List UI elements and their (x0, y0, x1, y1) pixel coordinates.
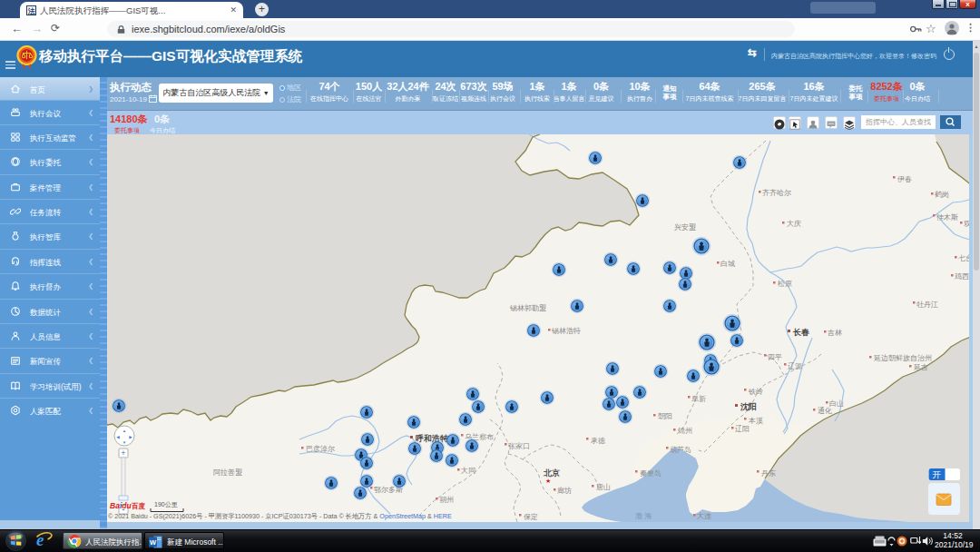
svg-text:大连: 大连 (697, 512, 711, 520)
svg-text:◀: ◀ (116, 435, 120, 439)
svg-text:四平: 四平 (768, 353, 782, 361)
svg-text:百度: 百度 (131, 502, 146, 510)
svg-text:呼和浩特: 呼和浩特 (416, 434, 449, 443)
svg-text:松原: 松原 (778, 280, 792, 288)
svg-text:白城: 白城 (720, 260, 735, 268)
svg-text:开: 开 (932, 469, 941, 479)
svg-text:锡林郭勒盟: 锡林郭勒盟 (509, 304, 546, 312)
svg-text:保定: 保定 (524, 513, 538, 521)
svg-text:Baidu: Baidu (110, 501, 132, 510)
svg-text:▶: ▶ (129, 435, 132, 439)
svg-text:鸡西: 鸡西 (954, 272, 969, 281)
svg-text:W: W (150, 537, 157, 546)
svg-text:锦州: 锦州 (677, 427, 692, 435)
svg-text:北京: 北京 (543, 468, 560, 478)
svg-text:▼: ▼ (122, 440, 126, 445)
svg-text:锡林浩特: 锡林浩特 (551, 327, 581, 335)
svg-text:朔州: 朔州 (439, 496, 454, 504)
svg-text:廊坊: 廊坊 (557, 487, 572, 495)
svg-text:唐山: 唐山 (596, 483, 611, 491)
svg-text:长春: 长春 (792, 328, 810, 337)
svg-text:▲: ▲ (122, 429, 126, 433)
svg-text:+: + (121, 448, 125, 458)
svg-text:本溪: 本溪 (748, 417, 763, 425)
svg-text:辽阳: 辽阳 (735, 424, 750, 433)
svg-text:延边朝鲜族自治州: 延边朝鲜族自治州 (873, 354, 932, 362)
svg-text:© 2021 Baidu - GS(2021)6026号 -: © 2021 Baidu - GS(2021)6026号 - 甲测资字11009… (108, 512, 452, 520)
svg-text:延吉: 延吉 (913, 363, 928, 371)
svg-text:铁岭: 铁岭 (748, 388, 763, 396)
svg-text:阜新: 阜新 (691, 395, 706, 403)
svg-text:伊春: 伊春 (897, 175, 912, 183)
svg-text:巴彦淖尔: 巴彦淖尔 (306, 445, 335, 453)
svg-text:承德: 承德 (590, 437, 605, 445)
svg-text:通化: 通化 (818, 406, 832, 415)
svg-text:沈阳: 沈阳 (740, 402, 757, 411)
svg-text:阿拉善盟: 阿拉善盟 (213, 468, 242, 477)
svg-text:牡丹江: 牡丹江 (916, 301, 938, 309)
svg-text:朝阳: 朝阳 (658, 412, 672, 420)
svg-text:★: ★ (545, 478, 551, 484)
svg-text:大庆: 大庆 (787, 220, 801, 228)
svg-text:鹤岗: 鹤岗 (935, 190, 949, 199)
svg-text:齐齐哈尔: 齐齐哈尔 (762, 189, 791, 197)
svg-text:辽源: 辽源 (788, 361, 803, 370)
svg-text:190公里: 190公里 (154, 501, 178, 508)
svg-text:吉林: 吉林 (828, 329, 842, 337)
svg-text:渤 海: 渤 海 (635, 512, 652, 520)
svg-text:张家口: 张家口 (508, 442, 530, 450)
svg-text:秦皇岛: 秦皇岛 (640, 469, 662, 478)
svg-text:大同: 大同 (461, 467, 475, 475)
svg-text:葫芦岛: 葫芦岛 (670, 446, 691, 454)
svg-text:兴安盟: 兴安盟 (674, 223, 696, 232)
svg-text:佳木斯: 佳木斯 (936, 213, 958, 222)
svg-text:丹东: 丹东 (761, 469, 776, 478)
